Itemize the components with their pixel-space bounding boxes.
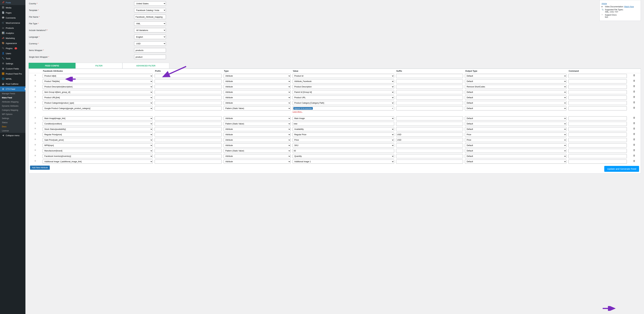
suffix-input[interactable] <box>396 74 463 78</box>
command-input[interactable] <box>568 116 627 120</box>
command-input[interactable] <box>568 85 627 89</box>
attribute-select[interactable]: Product Description[description] <box>42 85 153 89</box>
drag-handle-icon[interactable]: ≡ <box>29 95 42 100</box>
sidebar-item-ctx-feed[interactable]: ▣CTX Feed <box>0 86 26 92</box>
type-select[interactable]: Attribute <box>224 160 291 164</box>
prefix-input[interactable] <box>155 106 222 110</box>
output-select[interactable]: Default <box>465 122 566 126</box>
prefix-input[interactable] <box>155 74 222 78</box>
drag-handle-icon[interactable]: ≡ <box>29 116 42 121</box>
attribute-select[interactable]: Google Product Category[google_product_c… <box>42 106 153 110</box>
delete-row-icon[interactable]: 🗑 <box>628 90 641 95</box>
value-input[interactable] <box>292 149 394 153</box>
command-input[interactable] <box>568 106 627 110</box>
drag-handle-icon[interactable]: ≡ <box>29 143 42 148</box>
drag-handle-icon[interactable]: ≡ <box>29 79 42 84</box>
suffix-input[interactable] <box>396 85 463 89</box>
delete-row-icon[interactable]: 🗑 <box>628 159 641 164</box>
prefix-input[interactable] <box>155 143 222 148</box>
command-input[interactable] <box>568 74 627 78</box>
filename-input[interactable] <box>134 14 166 19</box>
drag-handle-icon[interactable]: ≡ <box>29 73 42 79</box>
sidebar-subitem-category-mapping[interactable]: Category Mapping <box>0 108 26 112</box>
attribute-select[interactable]: Additional Image 1 [additional_image_lin… <box>42 160 153 164</box>
value-select[interactable]: Additional Image 1 <box>292 160 394 164</box>
type-select[interactable]: Attribute <box>224 116 291 120</box>
attribute-select[interactable]: Stock Status[availability] <box>42 127 153 131</box>
suffix-input[interactable] <box>396 116 463 120</box>
delete-row-icon[interactable]: 🗑 <box>628 73 641 79</box>
sidebar-subitem-manage-feeds[interactable]: Manage Feeds <box>0 92 26 96</box>
prefix-input[interactable] <box>155 127 222 131</box>
output-select[interactable]: Default <box>465 90 566 94</box>
sidebar-subitem-status[interactable]: Status <box>0 120 26 124</box>
command-input[interactable] <box>568 96 627 100</box>
output-select[interactable]: Default <box>465 79 566 84</box>
value-select[interactable]: Quantity <box>292 154 394 158</box>
output-select[interactable]: Default <box>465 127 566 131</box>
delete-row-icon[interactable]: 🗑 <box>628 132 641 137</box>
delete-row-icon[interactable]: 🗑 <box>628 126 641 132</box>
command-input[interactable] <box>568 138 627 142</box>
prefix-input[interactable] <box>155 96 222 100</box>
drag-handle-icon[interactable]: ≡ <box>29 126 42 132</box>
sidebar-subitem-make-feed[interactable]: Make Feed <box>0 96 26 100</box>
delete-row-icon[interactable]: 🗑 <box>628 116 641 121</box>
command-input[interactable] <box>568 160 627 164</box>
suffix-input[interactable] <box>396 132 463 137</box>
output-select[interactable]: Remove ShortCodes <box>465 85 566 89</box>
value-select[interactable]: Regular Price <box>292 132 394 137</box>
suffix-input[interactable] <box>396 160 463 164</box>
sidebar-item-comments[interactable]: 💬Comments <box>0 15 26 20</box>
output-select[interactable]: Default <box>465 116 566 120</box>
tab-feed-config[interactable]: FEED CONFIG <box>28 63 76 68</box>
drag-handle-icon[interactable]: ≡ <box>29 159 42 164</box>
add-attribute-button[interactable]: Add New Attribute <box>30 166 50 170</box>
sidebar-item-users[interactable]: 👤Users <box>0 51 26 56</box>
type-select[interactable]: Attribute <box>224 138 291 142</box>
attribute-select[interactable]: Item Group Id[item_group_id] <box>42 90 153 94</box>
type-select[interactable]: Attribute <box>224 101 291 105</box>
value-select[interactable]: Product Description <box>292 85 394 89</box>
suffix-input[interactable] <box>396 122 463 126</box>
drag-handle-icon[interactable]: ≡ <box>29 121 42 126</box>
attribute-select[interactable]: Product Id[id] <box>42 74 153 78</box>
type-select[interactable]: Pattern (Static Value) <box>224 106 291 110</box>
variations-select[interactable]: All Variations <box>134 28 166 32</box>
command-input[interactable] <box>568 132 627 137</box>
output-select[interactable]: Default <box>465 101 566 105</box>
prefix-input[interactable] <box>155 160 222 164</box>
prefix-input[interactable] <box>155 116 222 120</box>
suffix-input[interactable] <box>396 127 463 131</box>
collapse-menu[interactable]: ◀Collapse menu <box>0 133 26 138</box>
generate-feed-button[interactable]: Update and Generate Feed <box>604 166 639 172</box>
delete-row-icon[interactable]: 🗑 <box>628 154 641 159</box>
command-input[interactable] <box>568 101 627 105</box>
sidebar-item-tools[interactable]: 🔧Tools <box>0 56 26 61</box>
prefix-input[interactable] <box>155 138 222 142</box>
sidebar-item-product-feed-pro[interactable]: 🟧Product Feed Pro <box>0 71 26 76</box>
sidebar-item-analytics[interactable]: 📊Analytics <box>0 30 26 36</box>
type-select[interactable]: Pattern (Static Value) <box>224 122 291 126</box>
sidebar-item-wpml[interactable]: 🌐WPML <box>0 76 26 81</box>
attribute-select[interactable]: Sale Price[sale_price] <box>42 138 153 142</box>
type-select[interactable]: Attribute <box>224 90 291 94</box>
value-select[interactable]: Product Category [Category Path] <box>292 101 394 105</box>
value-select[interactable]: Product Id <box>292 74 394 78</box>
drag-handle-icon[interactable]: ≡ <box>29 90 42 95</box>
sidebar-subitem-license[interactable]: License <box>0 129 26 133</box>
drag-handle-icon[interactable]: ≡ <box>29 100 42 106</box>
sidebar-subitem-docs[interactable]: Docs <box>0 124 26 129</box>
suffix-input[interactable] <box>396 79 463 84</box>
sidebar-item-posts[interactable]: 📌Posts <box>0 0 26 5</box>
help-article-link[interactable]: Article <box>602 2 607 5</box>
sidebar-item-plugins[interactable]: 🔌Plugins7 <box>0 46 26 51</box>
template-select[interactable]: Facebook Catalog / Insta <box>134 8 166 12</box>
type-select[interactable]: Attribute <box>224 85 291 89</box>
output-select[interactable]: Default <box>465 154 566 158</box>
sidebar-subitem-attributes-mapping[interactable]: Attributes Mapping <box>0 100 26 104</box>
attribute-select[interactable]: Product URL[link] <box>42 96 153 100</box>
command-input[interactable] <box>568 127 627 131</box>
delete-row-icon[interactable]: 🗑 <box>628 121 641 126</box>
sidebar-item-settings[interactable]: ⚙Settings <box>0 61 26 66</box>
